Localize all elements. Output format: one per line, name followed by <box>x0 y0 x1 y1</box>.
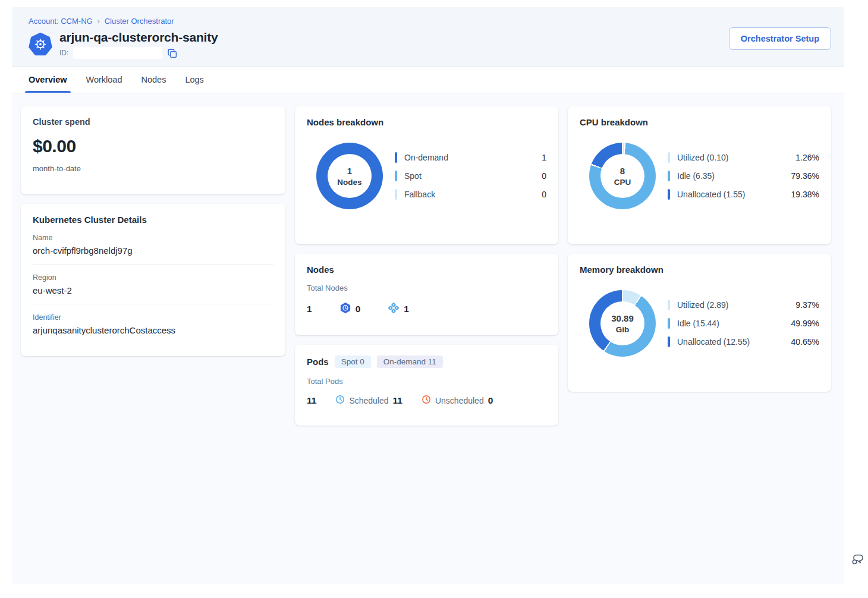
kubernetes-cluster-details-card: Kubernetes Cluster Details Name orch-cvi… <box>21 204 285 356</box>
copy-icon[interactable] <box>167 48 177 58</box>
legend-label: Idle (6.35) <box>677 171 715 181</box>
id-value-redacted <box>73 47 162 59</box>
field-label: Region <box>33 273 273 282</box>
legend-label: Utilized (2.89) <box>677 300 728 310</box>
tab-overview[interactable]: Overview <box>29 67 67 93</box>
tab-workload[interactable]: Workload <box>86 67 122 93</box>
pods-card-title: Pods <box>307 357 329 367</box>
tab-logs[interactable]: Logs <box>185 67 203 93</box>
legend-marker-idle <box>668 318 670 329</box>
legend-row: Utilized (2.89) 9.37% <box>668 300 819 310</box>
title-column: arjun-qa-clusterorch-sanity ID: <box>59 30 218 59</box>
detail-field-name: Name orch-cvifpfl9rbg8neldj97g <box>33 234 273 265</box>
column-right: CPU breakdown 8 CPU Utilized (0.10) <box>568 106 831 392</box>
scheduled-value: 11 <box>393 395 402 406</box>
content-area: Cluster spend $0.00 month-to-date Kubern… <box>12 93 844 426</box>
cluster-spend-amount: $0.00 <box>33 136 273 156</box>
memory-breakdown-card: Memory breakdown 30.89 Gib Utilized (2.8 <box>568 254 831 392</box>
cluster-id-row: ID: <box>59 47 218 59</box>
pods-counts-row: 11 Scheduled 11 <box>307 395 546 407</box>
memory-breakdown-body: 30.89 Gib Utilized (2.89) 9.37% <box>580 290 819 357</box>
memory-breakdown-title: Memory breakdown <box>580 265 819 275</box>
detail-field-region: Region eu-west-2 <box>33 273 273 304</box>
legend-label: Idle (15.44) <box>677 319 719 328</box>
spot-node-hexagon-icon <box>339 302 351 316</box>
legend-row: Utilized (0.10) 1.26% <box>668 152 819 163</box>
spot-nodes-value: 0 <box>356 304 361 314</box>
main-panel: Account: CCM-NG › Cluster Orchestrator <box>12 7 844 584</box>
tab-nodes[interactable]: Nodes <box>141 67 166 93</box>
column-left: Cluster spend $0.00 month-to-date Kubern… <box>21 106 285 356</box>
id-label: ID: <box>59 49 68 57</box>
legend-value: 9.37% <box>795 300 819 310</box>
legend-marker-fallback <box>395 189 397 200</box>
unscheduled-label: Unscheduled <box>435 396 484 405</box>
donut-center-label: CPU <box>614 178 631 187</box>
page-header: Account: CCM-NG › Cluster Orchestrator <box>12 7 844 67</box>
unscheduled-value: 0 <box>488 395 493 406</box>
legend-row: On-demand 1 <box>395 152 546 163</box>
breadcrumb: Account: CCM-NG › Cluster Orchestrator <box>29 17 831 26</box>
donut-center-value: 8 <box>620 166 625 176</box>
nodes-donut-chart: 1 Nodes <box>316 143 383 209</box>
donut-center-label: Nodes <box>337 178 361 187</box>
legend-row: Spot 0 <box>395 171 546 181</box>
spot-pods-chip: Spot 0 <box>335 355 371 368</box>
total-nodes-value: 1 <box>307 304 312 314</box>
legend-label: Utilized (0.10) <box>677 153 728 162</box>
donut-center-value: 1 <box>347 166 352 176</box>
total-pods-value: 11 <box>307 395 316 406</box>
on-demand-diamond-icon <box>388 302 400 316</box>
legend-marker-spot <box>395 171 397 181</box>
chat-bubble-icon[interactable] <box>850 552 865 569</box>
breadcrumb-separator: › <box>98 17 100 26</box>
legend-value: 19.38% <box>791 190 819 199</box>
memory-donut-chart: 30.89 Gib <box>589 290 656 357</box>
spot-nodes-count: 0 <box>339 302 361 316</box>
legend-marker-unallocated <box>668 189 670 200</box>
legend-row: Unallocated (12.55) 40.65% <box>668 336 819 347</box>
legend-value: 1.26% <box>795 153 819 162</box>
total-pods-label: Total Pods <box>307 377 546 386</box>
pods-title-row: Pods Spot 0 On-demand 11 <box>307 355 546 368</box>
cpu-breakdown-title: CPU breakdown <box>580 117 819 127</box>
legend-value: 0 <box>542 190 546 199</box>
field-label: Identifier <box>33 313 273 322</box>
on-demand-pods-chip: On-demand 11 <box>377 355 443 368</box>
legend-value: 49.99% <box>791 319 819 328</box>
detail-field-identifier: Identifier arjunqasanityclusterorchCosta… <box>33 313 273 335</box>
nodes-breakdown-card: Nodes breakdown 1 Nodes On-demand <box>295 106 558 244</box>
nodes-card: Nodes Total Nodes 1 <box>295 254 558 335</box>
donut-center: 30.89 Gib <box>600 301 644 345</box>
kubernetes-icon <box>29 33 52 56</box>
legend-value: 79.36% <box>791 171 819 181</box>
title-row: arjun-qa-clusterorch-sanity ID: <box>29 30 831 59</box>
legend-value: 0 <box>542 171 546 181</box>
cpu-breakdown-body: 8 CPU Utilized (0.10) 1.26% <box>580 143 819 209</box>
legend-marker-utilized <box>668 300 670 310</box>
memory-breakdown-legend: Utilized (2.89) 9.37% Idle (15.44) 49.99… <box>668 300 819 347</box>
donut-center: 8 CPU <box>600 154 644 198</box>
orchestrator-setup-button[interactable]: Orchestrator Setup <box>729 27 831 50</box>
total-nodes-label: Total Nodes <box>307 284 546 292</box>
cluster-spend-title: Cluster spend <box>33 117 273 127</box>
cpu-breakdown-card: CPU breakdown 8 CPU Utilized (0.10) <box>568 106 831 244</box>
legend-row: Fallback 0 <box>395 189 546 200</box>
legend-value: 1 <box>542 153 546 162</box>
breadcrumb-section-link[interactable]: Cluster Orchestrator <box>105 17 174 26</box>
nodes-breakdown-body: 1 Nodes On-demand 1 <box>307 143 546 209</box>
legend-row: Idle (15.44) 49.99% <box>668 318 819 329</box>
legend-marker-on-demand <box>395 152 397 163</box>
donut-center-label: Gib <box>616 325 630 334</box>
field-value: eu-west-2 <box>33 285 273 295</box>
tab-bar: Overview Workload Nodes Logs <box>12 67 844 93</box>
legend-label: Spot <box>404 171 422 181</box>
column-middle: Nodes breakdown 1 Nodes On-demand <box>295 106 558 426</box>
unscheduled-clock-icon <box>422 395 431 407</box>
scheduled-label: Scheduled <box>349 396 388 405</box>
pods-card: Pods Spot 0 On-demand 11 Total Pods 11 <box>295 345 558 426</box>
divider <box>33 304 273 304</box>
legend-label: Fallback <box>404 190 435 199</box>
cluster-spend-period: month-to-date <box>33 164 273 173</box>
breadcrumb-account-link[interactable]: Account: CCM-NG <box>29 17 93 26</box>
